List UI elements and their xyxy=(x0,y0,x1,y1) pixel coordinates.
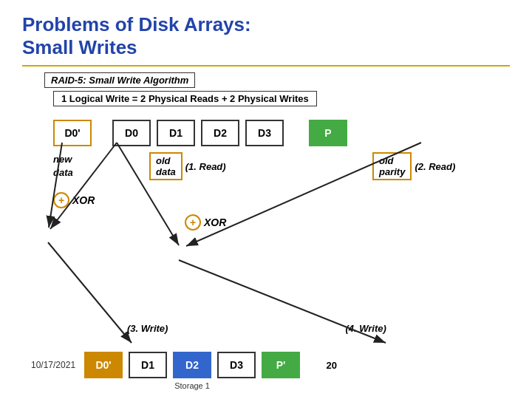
xor2-group: + XOR xyxy=(185,214,510,231)
xor2-label: XOR xyxy=(204,216,226,228)
write4-label: (4. Write) xyxy=(345,323,386,334)
new-data-label: newdata xyxy=(53,152,73,179)
logical-write-label: 1 Logical Write = 2 Physical Reads + 2 P… xyxy=(53,91,317,106)
old-parity-box: oldparity xyxy=(372,152,412,180)
disk-d1-top: D1 xyxy=(157,120,195,146)
disk-d1-bottom: D1 xyxy=(129,352,167,378)
xor1-group: + XOR xyxy=(53,192,510,208)
read2-label: (2. Read) xyxy=(415,161,455,172)
xor1-label: XOR xyxy=(72,194,95,206)
top-disk-row: D0' D0 D1 D2 D3 P xyxy=(53,120,510,146)
page-title: Problems of Disk Arrays: Small Writes xyxy=(22,13,510,59)
title-line2: Small Writes xyxy=(22,36,137,58)
disk-d2-top: D2 xyxy=(201,120,239,146)
disk-d3-top: D3 xyxy=(245,120,284,146)
disk-d0: D0 xyxy=(112,120,151,146)
disk-d0-prime-bottom: D0' xyxy=(84,352,123,378)
raid-label: RAID-5: Small Write Algorithm xyxy=(44,72,195,88)
write3-label: (3. Write) xyxy=(127,323,168,334)
xor2-circle: + xyxy=(185,214,201,231)
disk-p-top: P xyxy=(309,120,347,146)
footer-date-label: 10/17/2021 xyxy=(31,360,75,370)
title-divider xyxy=(22,65,510,66)
title-line1: Problems of Disk Arrays: xyxy=(22,13,251,35)
disk-d0-prime-top: D0' xyxy=(53,120,92,146)
disk-p-prime-bottom: P' xyxy=(262,352,300,378)
storage-label: Storage 1 xyxy=(173,381,211,390)
bottom-disk-row: 10/17/2021 D0' D1 D2 Storage 1 D3 P' 20 xyxy=(31,352,300,378)
old-parity-group: oldparity (2. Read) xyxy=(372,152,455,180)
read1-label: (1. Read) xyxy=(185,161,226,172)
page-number: 20 xyxy=(327,360,337,371)
xor1-circle: + xyxy=(53,192,69,208)
old-data-box: olddata xyxy=(149,152,183,180)
write-labels-row: (3. Write) (4. Write) xyxy=(31,323,504,334)
old-data-group: olddata (1. Read) xyxy=(149,152,226,180)
disk-d2-bottom: D2 xyxy=(173,352,211,378)
disk-d3-bottom: D3 xyxy=(217,352,256,378)
